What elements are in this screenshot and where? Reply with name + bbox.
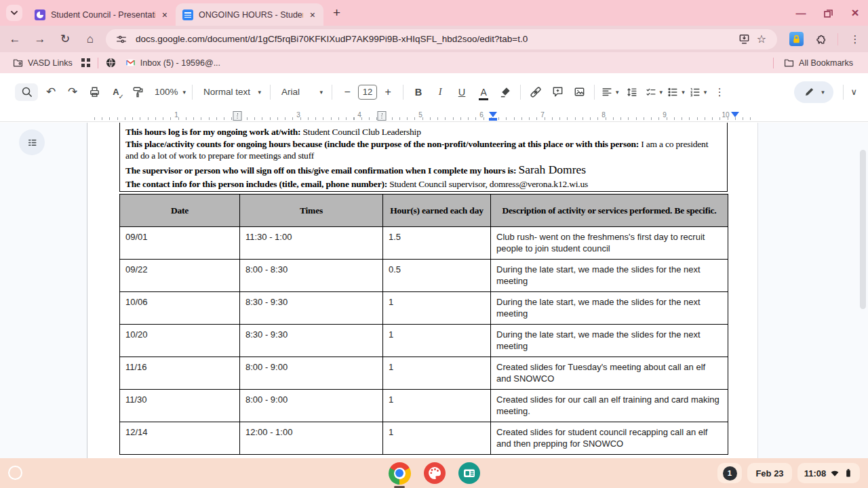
col-header-date[interactable]: Date: [120, 195, 240, 227]
cell-description[interactable]: Created slides for Tuesday's meeting abo…: [491, 357, 728, 390]
col-header-description[interactable]: Description of activity or services perf…: [491, 195, 728, 227]
tab-search-button[interactable]: [6, 5, 22, 21]
install-app-icon[interactable]: [735, 30, 753, 48]
restore-icon[interactable]: [822, 7, 834, 19]
text-color-button[interactable]: A: [475, 83, 492, 101]
globe-bookmark-icon[interactable]: [102, 57, 119, 68]
left-indent-marker[interactable]: [489, 118, 497, 121]
align-select[interactable]: ▾: [601, 83, 619, 101]
highlight-color-button[interactable]: [496, 83, 514, 101]
close-window-icon[interactable]: ×: [849, 7, 861, 19]
paragraph-style-select[interactable]: Normal text▾: [199, 83, 264, 101]
cell-times[interactable]: 8:00 - 9:00: [240, 390, 383, 422]
print-icon[interactable]: [85, 83, 103, 101]
forward-icon[interactable]: →: [30, 29, 50, 49]
bookmark-gmail-inbox[interactable]: Inbox (5) - 19596@...: [119, 57, 226, 68]
italic-button[interactable]: I: [431, 83, 449, 101]
cell-hours[interactable]: 1: [383, 422, 491, 455]
checklist-select[interactable]: ▾: [645, 83, 663, 101]
line-spacing-icon[interactable]: [623, 83, 641, 101]
spellcheck-icon[interactable]: A ✓: [107, 83, 125, 101]
add-comment-icon[interactable]: [549, 83, 566, 101]
intro-table-cell[interactable]: This hours log is for my ongoing work at…: [119, 123, 728, 192]
hide-menus-chevron-icon[interactable]: ∨: [850, 87, 857, 97]
browser-menu-icon[interactable]: ⋮: [845, 29, 865, 49]
notification-pill[interactable]: 1: [717, 463, 742, 483]
teal-app-icon[interactable]: [458, 462, 480, 484]
editing-mode-select[interactable]: ▾: [794, 81, 833, 103]
document-page[interactable]: This hours log is for my ongoing work at…: [87, 123, 758, 458]
cell-date[interactable]: 12/14: [120, 422, 240, 455]
table-column-marker[interactable]: [378, 111, 387, 121]
insert-link-icon[interactable]: [527, 83, 545, 101]
cell-date[interactable]: 09/01: [120, 227, 240, 260]
intro-line-supervisor[interactable]: The supervisor or person who will sign o…: [125, 162, 722, 178]
cell-times[interactable]: 12:00 - 1:00: [240, 422, 383, 455]
cell-description[interactable]: Created slides for student council recap…: [491, 422, 728, 455]
cell-hours[interactable]: 1: [383, 357, 491, 390]
intro-line-contact[interactable]: The contact info for this person include…: [125, 178, 722, 190]
address-bar[interactable]: docs.google.com/document/d/1gCf5rqBi70KF…: [106, 29, 777, 49]
col-header-hours[interactable]: Hour(s) earned each day: [383, 195, 491, 227]
home-icon[interactable]: ⌂: [80, 29, 100, 49]
chrome-app-icon[interactable]: [389, 462, 411, 485]
numbered-list-select[interactable]: ▾: [689, 83, 707, 101]
tab-ongoing-hours[interactable]: ONGOING HOURS - Student Co ×: [176, 3, 323, 26]
extension-lock-icon[interactable]: [789, 32, 804, 46]
cell-hours[interactable]: 1: [383, 292, 491, 325]
cell-date[interactable]: 11/16: [120, 357, 240, 390]
cell-date[interactable]: 10/20: [120, 325, 240, 357]
cell-description[interactable]: Club rush- went on the freshmens's first…: [491, 227, 728, 260]
col-header-times[interactable]: Times: [240, 195, 383, 227]
date-pill[interactable]: Feb 23: [747, 463, 792, 483]
cell-date[interactable]: 09/22: [120, 260, 240, 292]
cell-hours[interactable]: 1.5: [383, 227, 491, 260]
cell-hours[interactable]: 0.5: [383, 260, 491, 292]
tab-close-icon[interactable]: ×: [161, 9, 169, 20]
bookmark-star-icon[interactable]: ☆: [753, 30, 770, 48]
table-column-marker[interactable]: [233, 111, 242, 121]
cell-times[interactable]: 8:30 - 9:30: [240, 292, 383, 325]
cell-hours[interactable]: 1: [383, 390, 491, 422]
cell-times[interactable]: 8:00 - 8:30: [240, 260, 383, 292]
cell-description[interactable]: During the late start, we made the slide…: [491, 292, 728, 325]
cell-times[interactable]: 11:30 - 1:00: [240, 227, 383, 260]
vertical-scrollbar[interactable]: [860, 150, 866, 309]
tab-close-icon[interactable]: ×: [309, 9, 317, 20]
canvas-app-icon[interactable]: [424, 462, 446, 484]
cell-times[interactable]: 8:00 - 9:00: [240, 357, 383, 390]
new-tab-button[interactable]: +: [333, 5, 340, 20]
bookmark-vasd-links[interactable]: VASD Links: [7, 57, 78, 68]
cell-times[interactable]: 8:30 - 9:30: [240, 325, 383, 357]
tab-student-council-presentation[interactable]: Student Council - Presentation ×: [28, 3, 176, 26]
bold-button[interactable]: B: [410, 83, 427, 101]
intro-line-ongoing-work[interactable]: This hours log is for my ongoing work at…: [125, 126, 722, 138]
document-outline-button[interactable]: [19, 129, 45, 155]
apps-grid-icon[interactable]: [78, 58, 94, 68]
insert-image-icon[interactable]: [570, 83, 588, 101]
underline-button[interactable]: U: [453, 83, 471, 101]
bulleted-list-select[interactable]: ▾: [667, 83, 685, 101]
cell-hours[interactable]: 1: [383, 325, 491, 357]
font-select[interactable]: Arial▾: [277, 83, 326, 101]
cell-description[interactable]: During the late start, we made the slide…: [491, 325, 728, 357]
zoom-select[interactable]: 100%▾: [153, 83, 186, 101]
search-menus-icon[interactable]: [15, 83, 38, 101]
paint-format-icon[interactable]: [129, 83, 146, 101]
toolbar-more-icon[interactable]: ⋮: [711, 83, 728, 101]
undo-icon[interactable]: ↶: [42, 83, 60, 101]
extensions-puzzle-icon[interactable]: [810, 29, 831, 49]
time-status-pill[interactable]: 11:08: [797, 463, 860, 483]
font-size-decrease[interactable]: −: [338, 83, 356, 101]
cell-date[interactable]: 11/30: [120, 390, 240, 422]
font-size-input[interactable]: 12: [358, 85, 377, 100]
redo-icon[interactable]: ↷: [64, 83, 81, 101]
intro-line-purpose[interactable]: This place/activity counts for ongoing h…: [125, 138, 722, 162]
right-indent-marker[interactable]: [731, 112, 739, 117]
font-size-increase[interactable]: +: [379, 83, 397, 101]
cell-date[interactable]: 10/06: [120, 292, 240, 325]
minimize-icon[interactable]: —: [795, 7, 807, 19]
all-bookmarks-button[interactable]: All Bookmarks: [778, 57, 859, 68]
reload-icon[interactable]: ↻: [55, 29, 75, 49]
site-settings-icon[interactable]: [113, 30, 130, 48]
